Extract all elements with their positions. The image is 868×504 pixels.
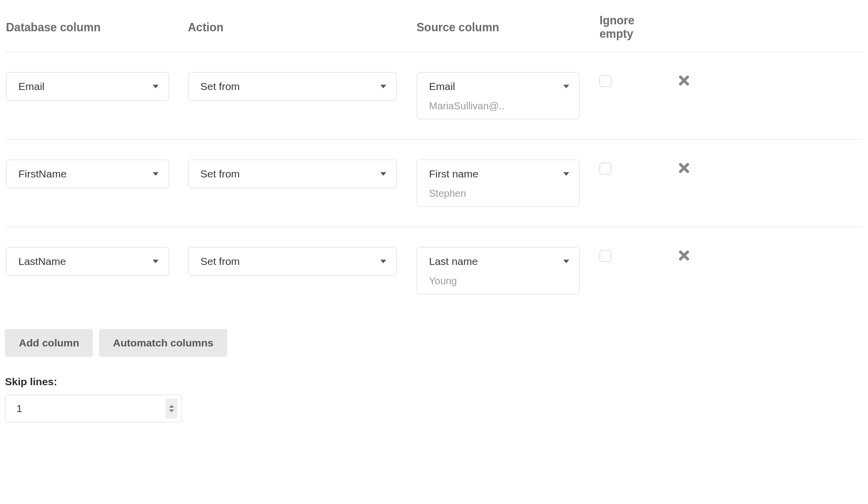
source-preview-text: Young bbox=[417, 275, 579, 294]
header-action: Action bbox=[188, 21, 417, 34]
source-column-select[interactable]: Last name Young bbox=[417, 247, 580, 294]
chevron-down-icon bbox=[169, 410, 174, 412]
automatch-columns-button[interactable]: Automatch columns bbox=[99, 329, 227, 357]
database-column-select[interactable]: Email bbox=[6, 72, 169, 101]
ignore-empty-checkbox[interactable] bbox=[600, 75, 611, 87]
action-value: Set from bbox=[200, 255, 240, 267]
skip-lines-input[interactable] bbox=[16, 403, 157, 415]
close-icon bbox=[677, 161, 692, 175]
header-ignore-empty: Ignore empty bbox=[600, 14, 659, 41]
skip-lines-stepper[interactable] bbox=[166, 399, 177, 419]
action-value: Set from bbox=[200, 168, 240, 180]
mapping-row: FirstName Set from First name Stephen bbox=[5, 140, 863, 227]
skip-lines-section: Skip lines: bbox=[5, 376, 863, 422]
ignore-empty-checkbox[interactable] bbox=[600, 250, 611, 262]
database-column-value: FirstName bbox=[18, 168, 67, 180]
action-select[interactable]: Set from bbox=[188, 247, 397, 276]
source-preview-text: Stephen bbox=[417, 188, 579, 206]
column-mapping-panel: Database column Action Source column Ign… bbox=[5, 5, 863, 422]
action-buttons: Add column Automatch columns bbox=[5, 329, 863, 357]
source-column-select[interactable]: First name Stephen bbox=[417, 160, 580, 207]
caret-down-icon bbox=[380, 260, 386, 263]
close-icon bbox=[677, 73, 692, 88]
caret-down-icon bbox=[380, 85, 386, 88]
skip-lines-field[interactable] bbox=[5, 395, 182, 422]
header-row: Database column Action Source column Ign… bbox=[5, 5, 863, 52]
caret-down-icon bbox=[380, 172, 386, 176]
source-column-value: Email bbox=[429, 81, 455, 92]
action-value: Set from bbox=[200, 81, 240, 92]
header-source-column: Source column bbox=[417, 21, 600, 34]
caret-down-icon bbox=[563, 260, 569, 263]
add-column-button[interactable]: Add column bbox=[5, 329, 93, 357]
source-preview-text: MariaSullivan@.. bbox=[417, 100, 579, 119]
mapping-row: Email Set from Email MariaSullivan@.. bbox=[5, 52, 863, 140]
database-column-select[interactable]: FirstName bbox=[6, 160, 169, 188]
database-column-value: Email bbox=[18, 81, 45, 92]
caret-down-icon bbox=[563, 85, 569, 88]
action-select[interactable]: Set from bbox=[188, 160, 397, 188]
mapping-row: LastName Set from Last name Young bbox=[5, 227, 863, 314]
caret-down-icon bbox=[153, 85, 159, 88]
caret-down-icon bbox=[153, 172, 159, 176]
source-column-value: Last name bbox=[429, 255, 478, 267]
header-database-column: Database column bbox=[5, 21, 188, 34]
skip-lines-label: Skip lines: bbox=[5, 376, 863, 388]
caret-down-icon bbox=[153, 260, 159, 263]
ignore-empty-checkbox[interactable] bbox=[600, 163, 611, 174]
source-column-select[interactable]: Email MariaSullivan@.. bbox=[417, 72, 580, 119]
caret-down-icon bbox=[563, 172, 569, 176]
remove-row-button[interactable] bbox=[677, 73, 692, 90]
database-column-select[interactable]: LastName bbox=[6, 247, 169, 276]
remove-row-button[interactable] bbox=[677, 248, 692, 265]
remove-row-button[interactable] bbox=[677, 161, 692, 177]
database-column-value: LastName bbox=[18, 255, 66, 267]
close-icon bbox=[677, 248, 692, 263]
action-select[interactable]: Set from bbox=[188, 72, 397, 101]
chevron-up-icon bbox=[169, 405, 174, 408]
source-column-value: First name bbox=[429, 168, 478, 180]
